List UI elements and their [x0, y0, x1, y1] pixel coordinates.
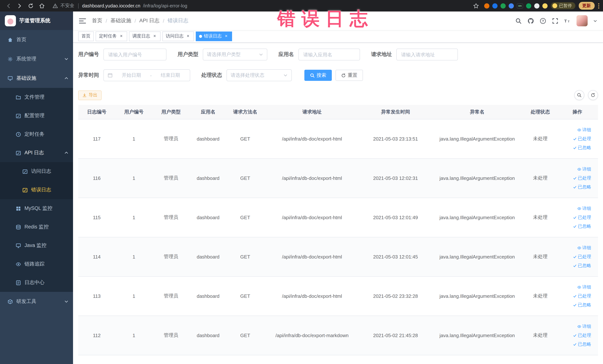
- close-icon[interactable]: ×: [152, 34, 157, 39]
- app-logo[interactable]: 芋道管理系统: [0, 12, 73, 30]
- breadcrumb-item[interactable]: 基础设施: [110, 17, 131, 24]
- table-body: 1171管理员dashboardGET/api/infra/db-doc/exp…: [78, 119, 598, 355]
- view-detail-link[interactable]: 详细: [577, 245, 591, 251]
- breadcrumb-item[interactable]: 首页: [92, 17, 102, 24]
- sidebar-item[interactable]: 日志中心: [0, 273, 73, 292]
- layers-icon: [16, 224, 21, 230]
- chevron-up-icon: [64, 76, 69, 81]
- chevron-down-icon[interactable]: [593, 19, 597, 23]
- sidebar-item[interactable]: 配置管理: [0, 106, 73, 125]
- help-icon[interactable]: ?: [540, 17, 546, 24]
- ext-green-icon[interactable]: [500, 3, 506, 8]
- sidebar-item[interactable]: 定时任务: [0, 125, 73, 143]
- user-type-select[interactable]: 请选择用户类型: [203, 48, 267, 60]
- export-button[interactable]: 导出: [78, 90, 102, 100]
- user-avatar[interactable]: [576, 15, 587, 26]
- check-icon: [573, 146, 577, 150]
- ext-grid-icon[interactable]: [509, 3, 514, 8]
- browser-back-icon[interactable]: [4, 1, 13, 11]
- ext-blue-icon[interactable]: [492, 3, 498, 8]
- page-content: 用户编号 用户类型 请选择用户类型 应用名: [73, 43, 603, 364]
- sidebar-item[interactable]: 研发工具: [0, 292, 73, 311]
- mark-ignored-link[interactable]: 已忽略: [573, 262, 591, 269]
- cell-url: /api/infra/db-doc/export-markdown: [264, 316, 360, 355]
- search-icon[interactable]: [515, 17, 522, 24]
- browser-home-icon[interactable]: [37, 1, 47, 11]
- tab-item[interactable]: 调度日志×: [129, 31, 161, 41]
- cell-user-id: 1: [115, 316, 152, 355]
- view-detail-link[interactable]: 详细: [577, 166, 591, 172]
- browser-forward-icon[interactable]: [15, 1, 24, 11]
- sidebar-item[interactable]: Redis 监控: [0, 218, 73, 236]
- cell-user-id: 1: [115, 158, 152, 198]
- ext-on-badge-icon[interactable]: on: [517, 3, 523, 8]
- exception-time-label: 异常时间: [78, 72, 99, 79]
- mark-ignored-link[interactable]: 已忽略: [573, 184, 591, 190]
- browser-reload-icon[interactable]: [26, 1, 35, 11]
- close-icon[interactable]: ×: [119, 34, 124, 39]
- browser-update-button[interactable]: 更新: [579, 2, 594, 10]
- sidebar-item[interactable]: API 日志: [0, 143, 73, 162]
- view-detail-link[interactable]: 详细: [577, 323, 591, 329]
- tab-item[interactable]: 错误日志×: [196, 31, 232, 41]
- toggle-search-button[interactable]: [574, 90, 584, 100]
- mark-ignored-link[interactable]: 已忽略: [573, 341, 591, 347]
- mark-processed-link[interactable]: 已处理: [573, 293, 591, 299]
- sidebar-item[interactable]: 链路追踪: [0, 255, 73, 273]
- address-bar[interactable]: 不安全 dashboard.yudao.iocoder.cn/infra/log…: [53, 3, 465, 9]
- sidebar-item[interactable]: 首页: [0, 30, 73, 49]
- tab-item[interactable]: 定时任务×: [96, 31, 127, 41]
- breadcrumb-item[interactable]: API 日志: [139, 17, 160, 24]
- mark-ignored-link[interactable]: 已忽略: [573, 223, 591, 229]
- close-icon[interactable]: ×: [185, 34, 191, 39]
- cell-url: /api/infra/db-doc/export-html: [264, 198, 360, 237]
- mark-processed-link[interactable]: 已处理: [573, 254, 591, 260]
- sidebar-item[interactable]: 文件管理: [0, 88, 73, 106]
- view-detail-link[interactable]: 详细: [577, 127, 591, 133]
- github-icon[interactable]: [527, 17, 534, 24]
- smiley-icon: [552, 3, 557, 8]
- refresh-button[interactable]: [588, 90, 598, 100]
- view-detail-link[interactable]: 详细: [577, 205, 591, 211]
- browser-menu-icon[interactable]: [598, 3, 599, 9]
- status-select[interactable]: 请选择处理状态: [227, 69, 292, 81]
- table-row: 1121管理员dashboardGET/api/infra/db-doc/exp…: [78, 316, 598, 355]
- mark-processed-link[interactable]: 已处理: [573, 332, 591, 338]
- tab-item[interactable]: 首页: [78, 31, 94, 41]
- close-icon[interactable]: ×: [223, 34, 229, 39]
- font-size-icon[interactable]: TT: [564, 17, 571, 24]
- user-id-input[interactable]: [104, 48, 166, 60]
- app-name-input[interactable]: [299, 48, 360, 60]
- paused-extension-badge[interactable]: 已暂停: [551, 2, 575, 9]
- reset-button[interactable]: 重置: [336, 70, 363, 81]
- view-detail-link[interactable]: 详细: [577, 284, 591, 290]
- ext-smiley-icon[interactable]: [542, 3, 548, 8]
- ext-leaf-icon[interactable]: [526, 3, 531, 8]
- mark-ignored-link[interactable]: 已忽略: [573, 144, 591, 151]
- sidebar-item[interactable]: 访问日志: [0, 162, 73, 181]
- request-url-input[interactable]: [396, 48, 458, 60]
- ext-orange-icon[interactable]: [484, 3, 489, 8]
- cell-status: 未处理: [523, 119, 557, 158]
- mark-processed-link[interactable]: 已处理: [573, 214, 591, 221]
- column-header: 操作: [557, 105, 598, 119]
- mark-processed-link[interactable]: 已处理: [573, 136, 591, 142]
- mark-ignored-link[interactable]: 已忽略: [573, 302, 591, 308]
- sidebar-item[interactable]: Java 监控: [0, 236, 73, 255]
- tab-item[interactable]: 访问日志×: [162, 31, 194, 41]
- sidebar-item[interactable]: 基础设施: [0, 69, 73, 88]
- search-button[interactable]: 搜索: [304, 70, 332, 81]
- sidebar-item[interactable]: 错误日志: [0, 181, 73, 199]
- cell-status: 未处理: [523, 316, 557, 355]
- sidebar-item[interactable]: MySQL 监控: [0, 199, 73, 218]
- hamburger-icon[interactable]: [79, 17, 86, 24]
- end-date-placeholder: 结束日期: [155, 72, 186, 79]
- ext-paw-icon[interactable]: [534, 3, 539, 8]
- sidebar-item[interactable]: 系统管理: [0, 49, 73, 69]
- fullscreen-icon[interactable]: [552, 17, 558, 24]
- exception-time-range-picker[interactable]: 开始日期 - 结束日期: [104, 69, 190, 81]
- bookmark-star-icon[interactable]: [471, 1, 481, 11]
- cell-app-name: dashboard: [190, 237, 227, 276]
- mark-processed-link[interactable]: 已处理: [573, 175, 591, 181]
- breadcrumb-item: 错误日志: [168, 17, 188, 24]
